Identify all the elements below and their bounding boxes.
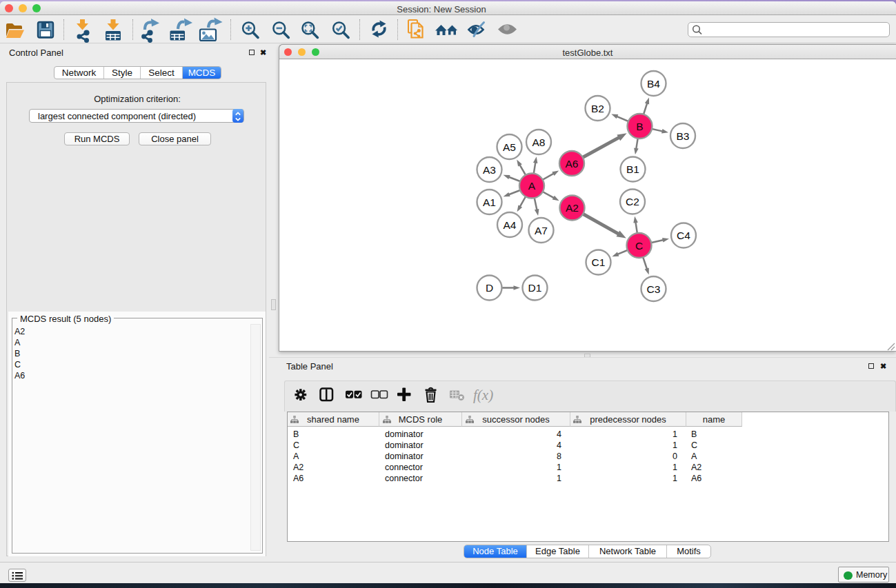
- svg-text:D1: D1: [528, 282, 542, 294]
- svg-text:A6: A6: [566, 158, 579, 170]
- svg-text:D: D: [486, 282, 493, 294]
- svg-text:B2: B2: [591, 103, 604, 114]
- svg-text:A2: A2: [566, 202, 579, 214]
- svg-text:A7: A7: [535, 225, 548, 236]
- svg-text:A1: A1: [483, 196, 496, 208]
- svg-text:A5: A5: [503, 141, 516, 153]
- svg-text:A4: A4: [504, 219, 517, 231]
- svg-text:B4: B4: [647, 78, 660, 90]
- svg-text:C1: C1: [592, 256, 606, 268]
- svg-text:A: A: [528, 180, 536, 192]
- svg-text:B1: B1: [626, 163, 639, 175]
- svg-text:f(x): f(x): [473, 387, 493, 403]
- svg-text:A8: A8: [532, 136, 546, 148]
- svg-text:B: B: [636, 121, 643, 132]
- svg-text:B3: B3: [677, 130, 690, 142]
- svg-text:C2: C2: [626, 196, 639, 207]
- svg-text:C4: C4: [677, 230, 690, 241]
- svg-text:C3: C3: [647, 283, 661, 295]
- svg-text:C: C: [635, 240, 643, 252]
- svg-text:A3: A3: [483, 164, 496, 176]
